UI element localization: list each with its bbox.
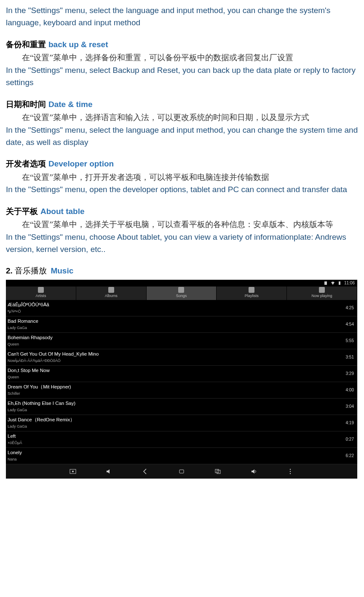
song-title: Bohemian Rhapsody	[8, 334, 53, 342]
intro-paragraph-en: In the "Settings" menu, select the langu…	[6, 4, 358, 29]
song-row[interactable]: LonelyNana6:22	[6, 448, 357, 464]
section-heading: 日期和时间Date & time	[6, 98, 358, 110]
song-row[interactable]: Can't Get You Out Of My Head_Kylie MinoN…	[6, 349, 357, 366]
heading-zh: 关于平板	[6, 207, 38, 216]
heading-en: Date & time	[48, 100, 93, 109]
menu-button[interactable]	[287, 468, 294, 475]
song-title: Don,t Stop Me Now	[8, 367, 50, 375]
body-zh: 在“设置”菜单中，打开开发者选项，可以将平板和电脑连接并传输数据	[6, 171, 358, 183]
system-nav-bar	[6, 464, 357, 479]
song-row[interactable]: Just Dance（RedOne Remix）Lady GaGa4:19	[6, 415, 357, 431]
song-row[interactable]: Don,t Stop Me NowQueen3:29	[6, 366, 357, 382]
song-artist: Queen	[8, 375, 50, 380]
tab-now-playing[interactable]: Now playing	[287, 286, 357, 300]
body-en: In the "Settings" menu, choose About tab…	[6, 231, 358, 256]
tab-icon	[319, 287, 325, 293]
song-duration: 4:25	[346, 305, 354, 311]
tab-icon	[108, 287, 114, 293]
heading-zh: 开发者选项	[6, 159, 46, 168]
song-artist: ×óÊÖµÄ	[8, 440, 22, 446]
back-button[interactable]	[142, 468, 149, 475]
heading-zh: 备份和重置	[6, 40, 46, 49]
settings-section: 备份和重置back up & reset在“设置”菜单中，选择备份和重置，可以备…	[6, 38, 358, 89]
recent-apps-button[interactable]	[214, 468, 221, 475]
svg-rect-1	[339, 281, 340, 285]
body-en: In the "Settings" menu, open the develop…	[6, 183, 358, 195]
song-artist: Lady GaGa	[8, 325, 38, 331]
sdcard-icon	[324, 281, 328, 285]
section-heading: 备份和重置back up & reset	[6, 38, 358, 51]
song-duration: 0:27	[346, 436, 354, 443]
song-row[interactable]: Bohemian RhapsodyQueen5:55	[6, 333, 357, 349]
tab-label: Playlists	[245, 293, 259, 299]
song-artist: Lady GaGa	[8, 407, 75, 413]
song-row[interactable]: Dream Of You（Mit Heppner)Schiller4:00	[6, 382, 357, 399]
heading-en: Developer option	[48, 159, 114, 168]
song-artist: ªµ¾ª×Ö	[8, 309, 49, 315]
song-duration: 5:55	[346, 337, 354, 344]
tab-icon	[249, 287, 254, 293]
song-title: Left	[8, 433, 22, 440]
settings-section: 日期和时间Date & time在“设置”菜单中，选择语言和输入法，可以更改系统…	[6, 98, 358, 149]
song-duration: 4:19	[346, 420, 354, 426]
tab-playlists[interactable]: Playlists	[217, 286, 287, 300]
tab-icon	[38, 287, 44, 293]
section-heading: 关于平板About table	[6, 205, 358, 217]
body-zh: 在“设置”菜单中，选择语言和输入法，可以更改系统的时间和日期，以及显示方式	[6, 111, 358, 123]
song-duration: 6:22	[346, 452, 354, 459]
svg-point-7	[290, 469, 291, 470]
song-artist: Lady GaGa	[8, 424, 75, 430]
songs-list: ÆäÊµÎÒºÜÔÚºõÄãªµ¾ª×Ö4:25Bad RomanceLady …	[6, 300, 357, 464]
tab-icon	[178, 287, 184, 293]
body-zh: 在“设置”菜单中，选择备份和重置，可以备份平板中的数据或者回复出厂设置	[6, 51, 358, 64]
tab-artists[interactable]: Artists	[6, 286, 76, 300]
heading-en: back up & reset	[48, 40, 108, 49]
tab-label: Albums	[105, 293, 118, 299]
song-duration: 3:04	[346, 403, 354, 410]
tab-label: Artists	[35, 293, 46, 299]
heading-number: 2.	[6, 266, 13, 275]
tab-songs[interactable]: Songs	[147, 286, 217, 300]
song-title: ÆäÊµÎÒºÜÔÚºõÄã	[8, 301, 49, 309]
svg-rect-4	[179, 470, 184, 473]
song-row[interactable]: Bad RomanceLady GaGa4:54	[6, 316, 357, 333]
song-title: Dream Of You（Mit Heppner)	[8, 383, 71, 391]
song-row[interactable]: ÆäÊµÎÒºÜÔÚºõÄãªµ¾ª×Ö4:25	[6, 300, 357, 316]
settings-section: 关于平板About table在“设置”菜单中，选择关于平板电脑，可以查看平板的…	[6, 205, 358, 256]
song-title: Lonely	[8, 449, 22, 457]
tab-albums[interactable]: Albums	[76, 286, 147, 300]
volume-up-button[interactable]	[251, 468, 257, 475]
settings-section: 开发者选项Developer option在“设置”菜单中，打开开发者选项，可以…	[6, 158, 358, 195]
music-tabs: ArtistsAlbumsSongsPlaylistsNow playing	[6, 286, 357, 300]
svg-rect-0	[324, 281, 327, 285]
song-title: Just Dance（RedOne Remix）	[8, 416, 75, 424]
song-artist: Schiller	[8, 391, 71, 397]
svg-point-8	[290, 471, 291, 472]
svg-point-3	[72, 471, 74, 472]
song-duration: 3:29	[346, 370, 354, 377]
song-duration: 4:54	[346, 321, 354, 328]
screenshot-button[interactable]	[70, 468, 76, 475]
song-row[interactable]: Left×óÊÖµÄ0:27	[6, 431, 357, 448]
song-artist: Nana	[8, 457, 22, 463]
wifi-icon	[331, 281, 335, 285]
music-heading: 2. 音乐播放 Music	[6, 265, 358, 277]
heading-zh: 音乐播放	[15, 266, 47, 275]
body-zh: 在“设置”菜单中，选择关于平板电脑，可以查看平板的各种信息：安卓版本、内核版本等	[6, 218, 358, 230]
song-duration: 3:51	[346, 354, 354, 361]
song-title: Eh,Eh (Nothing Else I Can Say)	[8, 400, 75, 407]
body-en: In the "Settings" menu, select Backup an…	[6, 64, 358, 89]
song-artist: NowÏµÁÐÀ-ÃÀ¾µäÂ÷ÐÐÒôÀÖ	[8, 358, 99, 364]
section-heading: 开发者选项Developer option	[6, 158, 358, 170]
battery-icon	[337, 281, 342, 285]
song-title: Bad Romance	[8, 318, 38, 325]
tab-label: Songs	[176, 293, 187, 299]
music-app-screenshot: 11:06 ArtistsAlbumsSongsPlaylistsNow pla…	[6, 280, 357, 479]
status-bar: 11:06	[6, 280, 357, 286]
body-en: In the "Settings" menu, select the langu…	[6, 124, 358, 149]
clock-text: 11:06	[344, 280, 355, 286]
song-row[interactable]: Eh,Eh (Nothing Else I Can Say)Lady GaGa3…	[6, 399, 357, 415]
volume-down-button[interactable]	[106, 468, 112, 475]
song-duration: 4:00	[346, 387, 354, 394]
home-button[interactable]	[178, 468, 185, 475]
